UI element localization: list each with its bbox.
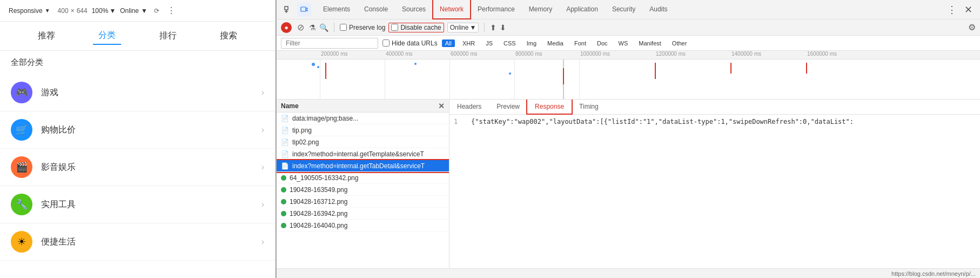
responsive-button[interactable]: Responsive ▼ bbox=[5, 5, 53, 17]
status-indicator bbox=[281, 223, 286, 228]
request-name: tip02.png bbox=[292, 138, 445, 146]
disable-cache-label[interactable]: Disable cache bbox=[388, 23, 444, 32]
request-item[interactable]: 64_190505-163342.png bbox=[277, 172, 449, 184]
filter-type-css[interactable]: CSS bbox=[500, 39, 519, 47]
network-main-content: Name ✕ 📄 data:image/png;base... 📄 tip.pn… bbox=[277, 100, 980, 268]
filter-type-img[interactable]: Img bbox=[523, 39, 540, 47]
dimension-x: × bbox=[71, 7, 75, 15]
tab-application[interactable]: Application bbox=[560, 0, 605, 19]
chevron-right-icon: › bbox=[261, 88, 264, 97]
filter-type-other[interactable]: Other bbox=[669, 39, 690, 47]
selected-request-item[interactable]: 📄 index?method=internal.getTabDetail&ser… bbox=[277, 160, 449, 172]
category-name-game: 游戏 bbox=[41, 87, 261, 98]
tab-sources[interactable]: Sources bbox=[395, 0, 432, 19]
tab-category[interactable]: 分类 bbox=[93, 27, 121, 45]
hide-data-urls-label[interactable]: Hide data URLs bbox=[382, 39, 438, 47]
element-picker-icon[interactable] bbox=[281, 3, 295, 17]
filter-input[interactable] bbox=[281, 38, 378, 49]
chevron-right-icon: › bbox=[261, 125, 264, 135]
tab-search[interactable]: 搜索 bbox=[214, 28, 243, 44]
throttle-select[interactable]: Online ▼ bbox=[447, 23, 479, 32]
game-icon: 🎮 bbox=[11, 82, 32, 103]
filter-type-ws[interactable]: WS bbox=[615, 39, 632, 47]
tab-recommend[interactable]: 推荐 bbox=[32, 28, 61, 44]
tab-console[interactable]: Console bbox=[358, 0, 394, 19]
preserve-log-checkbox[interactable] bbox=[340, 24, 347, 31]
request-item[interactable]: 190428-164040.png bbox=[277, 220, 449, 231]
line-number: 1 bbox=[454, 118, 465, 125]
preserve-log-label[interactable]: Preserve log bbox=[340, 24, 385, 31]
request-item[interactable]: 190428-163712.png bbox=[277, 196, 449, 208]
category-list: 🎮 游戏 › 🛒 购物比价 › 🎬 影音娱乐 › 🔧 实用工具 › ☀ bbox=[0, 74, 275, 261]
tab-ranking[interactable]: 排行 bbox=[154, 28, 182, 44]
close-devtools-button[interactable]: ✕ bbox=[961, 4, 976, 16]
response-line: 1 {"statKey":"wap002","layoutData":[{"li… bbox=[449, 117, 980, 127]
device-toggle-icon[interactable] bbox=[297, 3, 311, 17]
width-value: 400 bbox=[58, 7, 69, 15]
more-tabs-button[interactable]: ⋮ bbox=[944, 4, 960, 16]
hide-data-urls-checkbox[interactable] bbox=[382, 39, 390, 47]
category-name-entertainment: 影音娱乐 bbox=[41, 162, 261, 173]
name-column-header: Name ✕ bbox=[277, 100, 449, 112]
tab-memory[interactable]: Memory bbox=[522, 0, 559, 19]
request-item[interactable]: 📄 tip02.png bbox=[277, 136, 449, 148]
zoom-value: 100% bbox=[92, 7, 109, 15]
tab-performance[interactable]: Performance bbox=[471, 0, 521, 19]
category-header: 全部分类 bbox=[0, 51, 275, 74]
tab-security[interactable]: Security bbox=[606, 0, 642, 19]
request-item[interactable]: 190428-163942.png bbox=[277, 208, 449, 220]
request-item[interactable]: 📄 data:image/png;base... bbox=[277, 112, 449, 124]
tab-network[interactable]: Network bbox=[433, 0, 470, 19]
more-options-button[interactable]: ⋮ bbox=[166, 5, 177, 16]
status-bar: https://blog.csdn.net/mneyn/p/... bbox=[277, 268, 980, 278]
network-settings-button[interactable]: ⚙ bbox=[968, 22, 976, 32]
disable-cache-checkbox[interactable] bbox=[391, 24, 398, 31]
svg-rect-4 bbox=[306, 8, 308, 11]
filter-type-font[interactable]: Font bbox=[571, 39, 589, 47]
import-har-button[interactable]: ⬆ bbox=[490, 23, 496, 32]
response-body: 1 {"statKey":"wap002","layoutData":[{"li… bbox=[449, 115, 980, 268]
list-item[interactable]: 🛒 购物比价 › bbox=[0, 111, 275, 149]
detail-tab-preview[interactable]: Preview bbox=[489, 100, 527, 115]
chevron-right-icon: › bbox=[261, 162, 264, 172]
hide-data-urls-text: Hide data URLs bbox=[392, 39, 438, 47]
detail-tab-headers[interactable]: Headers bbox=[449, 100, 489, 115]
selected-request-name: index?method=internal.getTabDetail&servi… bbox=[292, 162, 445, 170]
zoom-control[interactable]: 100% ▼ bbox=[92, 7, 116, 15]
devtools-panel: Elements Console Sources Network Perform… bbox=[276, 0, 980, 278]
list-item[interactable]: 🎬 影音娱乐 › bbox=[0, 149, 275, 186]
category-name-shop: 购物比价 bbox=[41, 124, 261, 136]
export-har-button[interactable]: ⬇ bbox=[500, 23, 506, 32]
filter-type-all[interactable]: All bbox=[442, 39, 455, 47]
tab-elements[interactable]: Elements bbox=[317, 0, 357, 19]
filter-type-xhr[interactable]: XHR bbox=[459, 39, 478, 47]
rotate-icon[interactable]: ⟳ bbox=[152, 6, 162, 16]
detail-tab-response[interactable]: Response bbox=[527, 100, 572, 115]
detail-tab-timing[interactable]: Timing bbox=[572, 100, 606, 115]
filter-type-manifest[interactable]: Manifest bbox=[635, 39, 664, 47]
list-item[interactable]: 🔧 实用工具 › bbox=[0, 186, 275, 223]
filter-icon[interactable]: ⚗ bbox=[309, 23, 316, 32]
response-detail-panel: Headers Preview Response Timing 1 bbox=[449, 100, 980, 268]
chevron-right-icon: › bbox=[261, 237, 264, 247]
clear-button[interactable]: ⊘ bbox=[295, 22, 306, 33]
filter-type-doc[interactable]: Doc bbox=[594, 39, 611, 47]
record-button[interactable]: ● bbox=[281, 22, 292, 33]
network-condition-button[interactable]: Online ▼ bbox=[120, 7, 147, 15]
list-item[interactable]: 🎮 游戏 › bbox=[0, 74, 275, 111]
tab-audits[interactable]: Audits bbox=[643, 0, 674, 19]
separator bbox=[334, 23, 334, 32]
device-toolbar: Responsive ▼ 400 × 644 100% ▼ Online ▼ ⟳… bbox=[0, 0, 275, 22]
online-label: Online bbox=[120, 7, 139, 15]
list-item[interactable]: ☀ 便捷生活 › bbox=[0, 223, 275, 261]
request-name: 190428-164040.png bbox=[290, 222, 445, 229]
filter-type-js[interactable]: JS bbox=[482, 39, 496, 47]
request-item[interactable]: 190428-163549.png bbox=[277, 184, 449, 196]
svg-rect-0 bbox=[285, 6, 288, 10]
close-detail-button[interactable]: ✕ bbox=[438, 102, 445, 110]
request-item[interactable]: 📄 tip.png bbox=[277, 124, 449, 136]
search-icon[interactable]: 🔍 bbox=[319, 23, 328, 32]
request-item[interactable]: 📄 index?method=internal.getTemplate&serv… bbox=[277, 148, 449, 160]
filter-type-media[interactable]: Media bbox=[544, 39, 567, 47]
request-name: data:image/png;base... bbox=[292, 115, 445, 122]
